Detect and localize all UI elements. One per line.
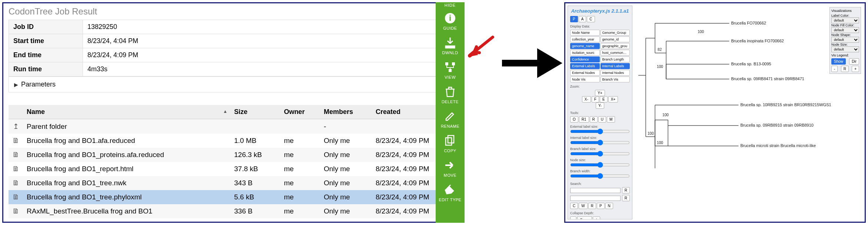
hide-label[interactable]: HIDE xyxy=(445,3,456,7)
edittype-button[interactable]: EDIT TYPE xyxy=(439,180,462,205)
search-input-1[interactable] xyxy=(570,188,621,193)
legend-pos-+[interactable]: + xyxy=(852,66,859,72)
search-opt-C[interactable]: C xyxy=(570,203,578,209)
col-members[interactable]: Members xyxy=(320,105,372,119)
meta-label: Run time xyxy=(9,62,83,76)
legend-select[interactable]: default xyxy=(831,27,859,33)
search-opt-P[interactable]: P xyxy=(597,203,605,209)
zoom-Y-[interactable]: Y- xyxy=(596,102,604,109)
delete-button[interactable]: DELETE xyxy=(439,82,462,107)
display-toggle[interactable]: Node Vis xyxy=(570,76,600,82)
display-data-label: Display Data: xyxy=(570,25,630,28)
display-toggle[interactable]: External Nodes xyxy=(570,70,600,76)
tool-M[interactable]: M xyxy=(607,116,615,123)
file-size xyxy=(230,119,280,134)
parameters-expander[interactable]: ▶ Parameters xyxy=(9,76,458,92)
display-toggle[interactable]: collection_year xyxy=(570,36,600,42)
collapse-minus[interactable]: - xyxy=(570,216,576,219)
slider-input[interactable] xyxy=(570,162,630,168)
zoom-X+[interactable]: X+ xyxy=(608,96,618,102)
zoom-F[interactable]: F xyxy=(592,96,599,102)
tree-mode-A[interactable]: A xyxy=(579,16,586,22)
action-label: COPY xyxy=(444,149,456,153)
tool-O[interactable]: O xyxy=(570,116,578,123)
guide-button[interactable]: iGUIDE xyxy=(439,9,462,33)
search-opt-N[interactable]: N xyxy=(605,203,613,209)
slider-input[interactable] xyxy=(570,173,630,179)
display-toggle[interactable]: Genome_Group xyxy=(601,30,630,36)
table-row[interactable]: ↥ Parent folder - xyxy=(9,119,458,134)
view-button[interactable]: VIEW xyxy=(439,58,462,82)
display-toggle[interactable]: Isolation_sourc xyxy=(570,50,600,56)
file-name: Brucella frog and BO1_tree.phyloxml xyxy=(23,190,230,204)
search-r-2[interactable]: R xyxy=(622,195,630,201)
display-toggle[interactable]: geographic_grou xyxy=(601,43,630,49)
legend-show[interactable]: Show xyxy=(831,58,846,65)
collapse-plus[interactable]: + xyxy=(593,216,600,219)
display-toggle[interactable]: Confidence xyxy=(570,56,600,62)
tool-R1[interactable]: R1 xyxy=(579,116,589,123)
table-row[interactable]: 🗎 Brucella frog and BO1_proteins.afa.red… xyxy=(9,148,458,162)
rename-icon xyxy=(444,110,456,123)
table-row[interactable]: 🗎 Brucella frog and BO1_tree.nwk 343 B m… xyxy=(9,176,458,190)
dwnld-icon xyxy=(444,36,456,49)
tip-label: Brucella microti strain Brucella microti… xyxy=(740,143,816,148)
file-name: Brucella frog and BO1_proteins.afa.reduc… xyxy=(23,148,230,162)
display-toggle[interactable]: Branch Length xyxy=(601,56,630,62)
meta-label: Start time xyxy=(9,34,83,48)
display-toggle[interactable]: Node Name xyxy=(570,30,600,36)
job-result-panel: CodonTree Job Result Job ID13829250 Star… xyxy=(2,2,465,223)
zoom-E[interactable]: E xyxy=(600,96,608,102)
display-toggle[interactable]: Internal Nodes xyxy=(601,70,630,76)
file-owner: me xyxy=(280,176,320,190)
move-button[interactable]: MOVE xyxy=(439,156,462,180)
display-toggle[interactable]: Branch Vis xyxy=(601,76,630,82)
collapse-value[interactable] xyxy=(577,216,592,219)
display-toggle[interactable]: genome_id xyxy=(601,36,630,42)
col-owner[interactable]: Owner xyxy=(280,105,320,119)
legend-pos-R[interactable]: R xyxy=(841,66,849,72)
legend-pos--[interactable]: - xyxy=(831,66,838,72)
tree-mode-P[interactable]: P xyxy=(570,16,578,22)
legend-row-label: Node Shape: xyxy=(831,33,859,37)
col-name[interactable]: Name▲ xyxy=(23,105,230,119)
table-row[interactable]: 🗎 RAxML_bestTree.Brucella frog and BO1 3… xyxy=(9,204,458,218)
table-row[interactable]: 🗎 Brucella frog and BO1_tree.phyloxml 5.… xyxy=(9,190,458,204)
slider-input[interactable] xyxy=(570,140,630,146)
legend-select[interactable]: default xyxy=(831,17,859,23)
tool-R[interactable]: R xyxy=(590,116,598,123)
file-size: 126.3 kB xyxy=(230,148,280,162)
dwnld-button[interactable]: DWNLD xyxy=(439,33,462,58)
collapse-label: Collapse Depth: xyxy=(570,211,630,215)
search-opt-R[interactable]: R xyxy=(588,203,596,209)
tool-U[interactable]: U xyxy=(598,116,606,123)
delete-icon xyxy=(444,85,456,98)
legend-select[interactable]: default xyxy=(831,46,859,52)
slider-label: Internal label size: xyxy=(570,136,630,140)
zoom-Y+[interactable]: Y+ xyxy=(595,90,605,96)
col-size[interactable]: Size xyxy=(230,105,280,119)
search-opt-W[interactable]: W xyxy=(579,203,587,209)
action-label: VIEW xyxy=(445,75,456,79)
file-name: RAxML_bestTree.Brucella frog and BO1 xyxy=(23,204,230,218)
legend-select[interactable]: default xyxy=(831,37,859,43)
file-owner: me xyxy=(280,190,320,204)
table-row[interactable]: 🗎 Brucella frog and BO1.afa.reduced 1.0 … xyxy=(9,134,458,148)
search-input-2[interactable] xyxy=(570,196,621,201)
legend-row-label: Node Fill Color: xyxy=(831,23,859,27)
tree-mode-C[interactable]: C xyxy=(587,16,595,22)
zoom-X-[interactable]: X- xyxy=(582,96,591,102)
search-r-1[interactable]: R xyxy=(622,187,630,193)
slider-input[interactable] xyxy=(570,151,630,157)
rename-button[interactable]: RENAME xyxy=(439,107,462,131)
meta-value: 8/23/24, 4:04 PM xyxy=(83,34,458,48)
slider-input[interactable] xyxy=(570,128,630,134)
copy-button[interactable]: COPY xyxy=(439,131,462,156)
display-toggle[interactable]: host_common_nam xyxy=(601,50,630,56)
svg-rect-5 xyxy=(446,138,452,145)
display-toggle[interactable]: External Labels xyxy=(570,63,600,69)
display-toggle[interactable]: Internal Labels xyxy=(601,63,630,69)
legend-dir[interactable]: Dir xyxy=(849,58,859,65)
display-toggle[interactable]: genome_name xyxy=(570,43,600,49)
table-row[interactable]: 🗎 Brucella frog and BO1_report.html 37.8… xyxy=(9,162,458,176)
